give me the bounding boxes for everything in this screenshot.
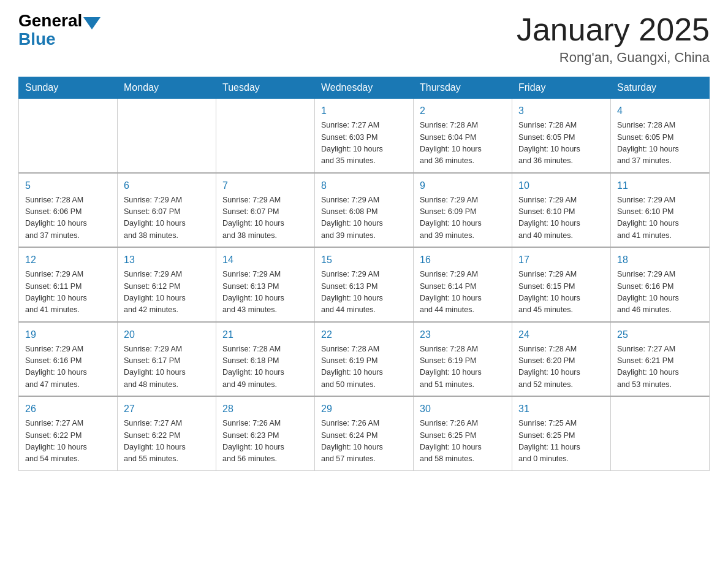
- day-number: 12: [25, 253, 111, 267]
- calendar-cell: 3Sunrise: 7:28 AM Sunset: 6:05 PM Daylig…: [512, 99, 611, 173]
- calendar-cell: 28Sunrise: 7:26 AM Sunset: 6:23 PM Dayli…: [216, 396, 315, 470]
- day-number: 13: [124, 253, 210, 267]
- calendar-cell: 7Sunrise: 7:29 AM Sunset: 6:07 PM Daylig…: [216, 173, 315, 248]
- calendar-cell: 20Sunrise: 7:29 AM Sunset: 6:17 PM Dayli…: [118, 322, 216, 397]
- header-saturday: Saturday: [611, 77, 710, 99]
- calendar-cell: [19, 99, 118, 173]
- day-info: Sunrise: 7:29 AM Sunset: 6:14 PM Dayligh…: [420, 269, 506, 316]
- calendar-cell: 31Sunrise: 7:25 AM Sunset: 6:25 PM Dayli…: [512, 396, 611, 470]
- logo-general-text: General: [18, 12, 82, 29]
- day-number: 15: [321, 253, 407, 267]
- day-info: Sunrise: 7:26 AM Sunset: 6:23 PM Dayligh…: [222, 418, 308, 465]
- calendar-title: January 2025: [517, 12, 710, 47]
- day-info: Sunrise: 7:27 AM Sunset: 6:21 PM Dayligh…: [617, 343, 703, 391]
- day-number: 17: [518, 253, 604, 267]
- header-tuesday: Tuesday: [216, 77, 315, 99]
- day-number: 2: [420, 104, 506, 118]
- day-number: 11: [617, 178, 703, 193]
- day-number: 28: [222, 402, 308, 416]
- header-wednesday: Wednesday: [315, 77, 414, 99]
- day-info: Sunrise: 7:27 AM Sunset: 6:03 PM Dayligh…: [321, 120, 407, 167]
- day-info: Sunrise: 7:29 AM Sunset: 6:07 PM Dayligh…: [124, 194, 210, 242]
- day-info: Sunrise: 7:29 AM Sunset: 6:09 PM Dayligh…: [420, 194, 506, 242]
- day-info: Sunrise: 7:29 AM Sunset: 6:17 PM Dayligh…: [124, 343, 210, 391]
- calendar-cell: 13Sunrise: 7:29 AM Sunset: 6:12 PM Dayli…: [118, 247, 216, 322]
- title-area: January 2025 Rong'an, Guangxi, China: [517, 12, 710, 66]
- calendar-week-row: 12Sunrise: 7:29 AM Sunset: 6:11 PM Dayli…: [19, 247, 710, 322]
- day-info: Sunrise: 7:26 AM Sunset: 6:24 PM Dayligh…: [321, 418, 407, 465]
- calendar-cell: [118, 99, 216, 173]
- day-number: 22: [321, 327, 407, 342]
- day-number: 6: [124, 178, 210, 193]
- day-info: Sunrise: 7:29 AM Sunset: 6:07 PM Dayligh…: [222, 194, 308, 242]
- day-info: Sunrise: 7:27 AM Sunset: 6:22 PM Dayligh…: [25, 418, 111, 465]
- calendar-cell: 9Sunrise: 7:29 AM Sunset: 6:09 PM Daylig…: [414, 173, 512, 248]
- logo-triangle-icon: [83, 17, 100, 29]
- header-monday: Monday: [118, 77, 216, 99]
- calendar-header-row: SundayMondayTuesdayWednesdayThursdayFrid…: [19, 77, 710, 99]
- calendar-cell: 5Sunrise: 7:28 AM Sunset: 6:06 PM Daylig…: [19, 173, 118, 248]
- calendar-table: SundayMondayTuesdayWednesdayThursdayFrid…: [18, 77, 710, 471]
- day-number: 20: [124, 327, 210, 342]
- page-header: General Blue January 2025 Rong'an, Guang…: [18, 12, 710, 66]
- day-info: Sunrise: 7:29 AM Sunset: 6:16 PM Dayligh…: [25, 343, 111, 391]
- day-info: Sunrise: 7:28 AM Sunset: 6:19 PM Dayligh…: [420, 343, 506, 391]
- calendar-subtitle: Rong'an, Guangxi, China: [517, 50, 710, 66]
- calendar-cell: 29Sunrise: 7:26 AM Sunset: 6:24 PM Dayli…: [315, 396, 414, 470]
- header-thursday: Thursday: [414, 77, 512, 99]
- day-info: Sunrise: 7:29 AM Sunset: 6:13 PM Dayligh…: [222, 269, 308, 316]
- day-number: 25: [617, 327, 703, 342]
- day-number: 21: [222, 327, 308, 342]
- day-info: Sunrise: 7:29 AM Sunset: 6:16 PM Dayligh…: [617, 269, 703, 316]
- header-sunday: Sunday: [19, 77, 118, 99]
- calendar-cell: 8Sunrise: 7:29 AM Sunset: 6:08 PM Daylig…: [315, 173, 414, 248]
- day-number: 5: [25, 178, 111, 193]
- calendar-cell: 23Sunrise: 7:28 AM Sunset: 6:19 PM Dayli…: [414, 322, 512, 397]
- calendar-cell: 16Sunrise: 7:29 AM Sunset: 6:14 PM Dayli…: [414, 247, 512, 322]
- day-info: Sunrise: 7:29 AM Sunset: 6:08 PM Dayligh…: [321, 194, 407, 242]
- day-number: 3: [518, 104, 604, 118]
- logo: General Blue: [18, 12, 102, 49]
- day-number: 14: [222, 253, 308, 267]
- day-number: 4: [617, 104, 703, 118]
- day-number: 1: [321, 104, 407, 118]
- calendar-cell: 18Sunrise: 7:29 AM Sunset: 6:16 PM Dayli…: [611, 247, 710, 322]
- day-info: Sunrise: 7:27 AM Sunset: 6:22 PM Dayligh…: [124, 418, 210, 465]
- day-number: 29: [321, 402, 407, 416]
- day-info: Sunrise: 7:26 AM Sunset: 6:25 PM Dayligh…: [420, 418, 506, 465]
- calendar-cell: 19Sunrise: 7:29 AM Sunset: 6:16 PM Dayli…: [19, 322, 118, 397]
- day-number: 7: [222, 178, 308, 193]
- calendar-cell: 15Sunrise: 7:29 AM Sunset: 6:13 PM Dayli…: [315, 247, 414, 322]
- day-info: Sunrise: 7:28 AM Sunset: 6:18 PM Dayligh…: [222, 343, 308, 391]
- calendar-cell: 14Sunrise: 7:29 AM Sunset: 6:13 PM Dayli…: [216, 247, 315, 322]
- day-info: Sunrise: 7:28 AM Sunset: 6:04 PM Dayligh…: [420, 120, 506, 167]
- day-number: 16: [420, 253, 506, 267]
- day-number: 18: [617, 253, 703, 267]
- calendar-week-row: 5Sunrise: 7:28 AM Sunset: 6:06 PM Daylig…: [19, 173, 710, 248]
- day-info: Sunrise: 7:25 AM Sunset: 6:25 PM Dayligh…: [518, 418, 604, 465]
- day-info: Sunrise: 7:28 AM Sunset: 6:06 PM Dayligh…: [25, 194, 111, 242]
- day-info: Sunrise: 7:28 AM Sunset: 6:05 PM Dayligh…: [617, 120, 703, 167]
- day-info: Sunrise: 7:28 AM Sunset: 6:20 PM Dayligh…: [518, 343, 604, 391]
- day-info: Sunrise: 7:28 AM Sunset: 6:05 PM Dayligh…: [518, 120, 604, 167]
- day-number: 19: [25, 327, 111, 342]
- day-number: 10: [518, 178, 604, 193]
- day-info: Sunrise: 7:29 AM Sunset: 6:13 PM Dayligh…: [321, 269, 407, 316]
- calendar-cell: 4Sunrise: 7:28 AM Sunset: 6:05 PM Daylig…: [611, 99, 710, 173]
- calendar-cell: [216, 99, 315, 173]
- calendar-cell: [611, 396, 710, 470]
- calendar-cell: 24Sunrise: 7:28 AM Sunset: 6:20 PM Dayli…: [512, 322, 611, 397]
- calendar-week-row: 1Sunrise: 7:27 AM Sunset: 6:03 PM Daylig…: [19, 99, 710, 173]
- calendar-week-row: 26Sunrise: 7:27 AM Sunset: 6:22 PM Dayli…: [19, 396, 710, 470]
- day-number: 8: [321, 178, 407, 193]
- day-number: 31: [518, 402, 604, 416]
- day-info: Sunrise: 7:29 AM Sunset: 6:15 PM Dayligh…: [518, 269, 604, 316]
- header-friday: Friday: [512, 77, 611, 99]
- calendar-cell: 22Sunrise: 7:28 AM Sunset: 6:19 PM Dayli…: [315, 322, 414, 397]
- day-info: Sunrise: 7:28 AM Sunset: 6:19 PM Dayligh…: [321, 343, 407, 391]
- day-info: Sunrise: 7:29 AM Sunset: 6:10 PM Dayligh…: [617, 194, 703, 242]
- day-number: 23: [420, 327, 506, 342]
- day-info: Sunrise: 7:29 AM Sunset: 6:10 PM Dayligh…: [518, 194, 604, 242]
- calendar-week-row: 19Sunrise: 7:29 AM Sunset: 6:16 PM Dayli…: [19, 322, 710, 397]
- calendar-cell: 1Sunrise: 7:27 AM Sunset: 6:03 PM Daylig…: [315, 99, 414, 173]
